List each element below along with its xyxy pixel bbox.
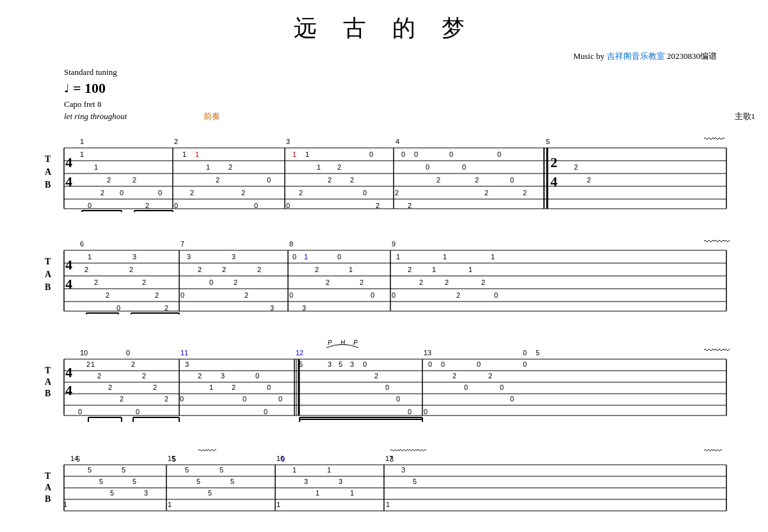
svg-text:4: 4 <box>65 276 72 292</box>
svg-text:5: 5 <box>536 349 540 357</box>
svg-text:1: 1 <box>432 266 436 273</box>
svg-text:3: 3 <box>270 304 274 312</box>
svg-text:0: 0 <box>510 176 514 184</box>
svg-text:2: 2 <box>299 189 303 197</box>
svg-text:B: B <box>45 180 51 189</box>
svg-text:〰〰: 〰〰 <box>198 446 216 456</box>
svg-text:5: 5 <box>88 466 92 474</box>
svg-text:3: 3 <box>304 478 308 485</box>
svg-text:2: 2 <box>222 266 226 273</box>
svg-text:2: 2 <box>241 189 245 197</box>
tab-staff-3: T A B 4 4 〰〰〰 10 2 2 2 2 0 1 2 2 2 2 0 0 <box>38 334 730 423</box>
svg-text:2: 2 <box>523 189 527 197</box>
svg-text:1: 1 <box>491 253 495 261</box>
svg-text:2: 2 <box>587 176 591 184</box>
svg-text:2: 2 <box>84 266 88 273</box>
tuning-info: Standard tuning <box>64 67 730 77</box>
svg-text:2: 2 <box>131 360 135 368</box>
svg-text:2: 2 <box>86 360 90 368</box>
svg-text:1: 1 <box>206 163 210 171</box>
svg-text:13: 13 <box>424 349 431 357</box>
svg-text:6: 6 <box>80 240 84 248</box>
svg-text:2: 2 <box>436 176 440 184</box>
svg-text:1: 1 <box>350 489 354 497</box>
svg-text:2: 2 <box>550 154 557 170</box>
svg-text:2: 2 <box>106 291 109 299</box>
svg-text:1: 1 <box>317 163 321 171</box>
tab-row-3: T A B 4 4 〰〰〰 10 2 2 2 2 0 1 2 2 2 2 0 0 <box>38 334 730 423</box>
svg-text:2: 2 <box>244 291 248 299</box>
let-ring-label: let ring throughout <box>64 111 127 122</box>
svg-text:7: 7 <box>180 240 184 248</box>
svg-text:1: 1 <box>396 253 400 261</box>
svg-text:0: 0 <box>462 163 466 171</box>
section-intro-label: 前奏 <box>204 111 220 122</box>
svg-text:4: 4 <box>65 364 72 380</box>
svg-text:0: 0 <box>88 202 92 209</box>
svg-text:1: 1 <box>468 266 472 273</box>
svg-text:0: 0 <box>278 395 282 403</box>
svg-text:3: 3 <box>390 455 394 463</box>
svg-text:2: 2 <box>419 278 423 286</box>
svg-text:2: 2 <box>97 372 101 380</box>
svg-text:4: 4 <box>65 382 72 398</box>
svg-text:T: T <box>45 257 51 266</box>
svg-text:1: 1 <box>292 150 296 158</box>
svg-text:2: 2 <box>232 383 236 391</box>
svg-text:0: 0 <box>158 189 162 197</box>
svg-text:〰〰: 〰〰 <box>704 134 724 145</box>
svg-text:5: 5 <box>230 478 234 485</box>
svg-text:B: B <box>45 389 51 398</box>
tab-staff-2: T A B 4 4 〰〰〰 6 2 2 2 0 1 2 2 2 3 2 <box>38 231 730 314</box>
svg-text:0: 0 <box>369 150 373 158</box>
svg-text:0: 0 <box>426 163 429 171</box>
svg-text:A: A <box>45 483 52 492</box>
svg-text:5: 5 <box>220 466 223 474</box>
svg-text:1: 1 <box>195 150 199 158</box>
svg-text:1: 1 <box>386 501 390 508</box>
svg-text:2: 2 <box>107 176 111 184</box>
svg-text:2: 2 <box>328 176 332 184</box>
svg-text:1: 1 <box>304 253 308 261</box>
svg-text:0: 0 <box>243 395 246 403</box>
svg-text:0: 0 <box>292 253 296 261</box>
svg-text:3: 3 <box>401 466 405 474</box>
svg-text:0: 0 <box>255 372 259 380</box>
tempo-line: ♩ = 100 <box>64 80 730 97</box>
svg-text:3: 3 <box>339 478 342 485</box>
svg-text:0: 0 <box>174 202 178 209</box>
svg-text:1: 1 <box>168 501 172 508</box>
svg-text:5: 5 <box>172 455 176 463</box>
svg-text:5: 5 <box>546 138 550 145</box>
svg-text:2: 2 <box>374 372 378 380</box>
svg-text:2: 2 <box>108 383 112 391</box>
svg-text:2: 2 <box>326 278 330 286</box>
svg-text:0: 0 <box>497 150 501 158</box>
svg-text:0: 0 <box>385 383 389 391</box>
svg-text:2: 2 <box>488 372 492 380</box>
svg-text:1: 1 <box>316 489 319 497</box>
tab-row-1: T A B 4 4 1 1 1 2 0 0 2 2 2 0 <box>38 129 730 212</box>
svg-text:0: 0 <box>267 176 271 184</box>
credits-prefix: Music by <box>573 51 607 61</box>
svg-text:1: 1 <box>292 466 296 474</box>
svg-text:〰〰: 〰〰 <box>704 446 722 456</box>
svg-text:1: 1 <box>209 383 213 391</box>
svg-text:5: 5 <box>122 466 125 474</box>
svg-text:2: 2 <box>198 372 202 380</box>
svg-text:0: 0 <box>424 408 428 415</box>
svg-text:0: 0 <box>180 395 184 403</box>
svg-text:0: 0 <box>477 360 481 368</box>
svg-text:10: 10 <box>80 349 88 357</box>
svg-text:2: 2 <box>475 176 479 184</box>
svg-text:5: 5 <box>413 478 417 485</box>
svg-text:0: 0 <box>337 253 341 261</box>
svg-text:0: 0 <box>136 408 140 415</box>
svg-text:2: 2 <box>174 138 178 145</box>
svg-text:0: 0 <box>396 395 400 403</box>
svg-text:2: 2 <box>164 304 168 312</box>
svg-text:1: 1 <box>349 266 353 273</box>
svg-text:2: 2 <box>445 278 449 286</box>
svg-text:0: 0 <box>264 408 268 415</box>
svg-text:0: 0 <box>363 360 367 368</box>
